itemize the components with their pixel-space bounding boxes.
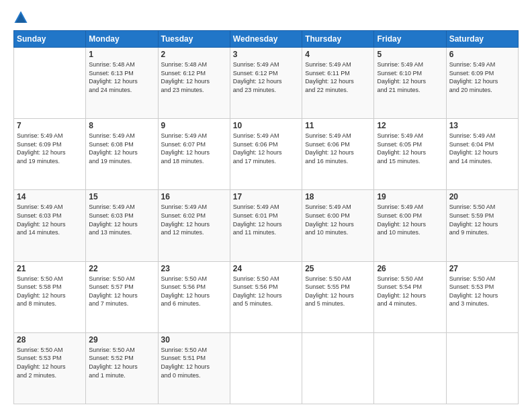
day-number: 26	[377, 264, 443, 273]
page: SundayMondayTuesdayWednesdayThursdayFrid…	[0, 0, 532, 411]
day-info: Sunrise: 5:50 AM Sunset: 5:55 PM Dayligh…	[305, 275, 371, 308]
day-number: 22	[89, 264, 154, 273]
calendar-day: 27Sunrise: 5:50 AM Sunset: 5:53 PM Dayli…	[446, 261, 518, 332]
header-day: Thursday	[302, 31, 374, 48]
calendar-body: 1Sunrise: 5:48 AM Sunset: 6:13 PM Daylig…	[14, 48, 519, 404]
day-info: Sunrise: 5:50 AM Sunset: 5:53 PM Dayligh…	[449, 275, 515, 308]
day-number: 11	[305, 121, 371, 130]
header-day: Friday	[374, 31, 446, 48]
calendar-day: 3Sunrise: 5:49 AM Sunset: 6:12 PM Daylig…	[230, 48, 302, 119]
day-number: 27	[449, 264, 515, 273]
calendar-day: 7Sunrise: 5:49 AM Sunset: 6:09 PM Daylig…	[14, 119, 86, 190]
logo	[13, 10, 30, 25]
day-number: 9	[161, 121, 227, 130]
day-number: 21	[17, 264, 83, 273]
day-info: Sunrise: 5:49 AM Sunset: 6:00 PM Dayligh…	[305, 203, 371, 236]
day-info: Sunrise: 5:50 AM Sunset: 5:59 PM Dayligh…	[449, 203, 515, 236]
calendar-week: 21Sunrise: 5:50 AM Sunset: 5:58 PM Dayli…	[14, 261, 519, 332]
calendar-day: 21Sunrise: 5:50 AM Sunset: 5:58 PM Dayli…	[14, 261, 86, 332]
day-info: Sunrise: 5:49 AM Sunset: 6:07 PM Dayligh…	[161, 132, 227, 165]
day-info: Sunrise: 5:49 AM Sunset: 6:09 PM Dayligh…	[17, 132, 83, 165]
day-info: Sunrise: 5:48 AM Sunset: 6:13 PM Dayligh…	[89, 60, 154, 94]
calendar-week: 7Sunrise: 5:49 AM Sunset: 6:09 PM Daylig…	[14, 119, 519, 190]
calendar-day: 22Sunrise: 5:50 AM Sunset: 5:57 PM Dayli…	[86, 261, 158, 332]
day-number: 15	[89, 192, 154, 201]
calendar-week: 14Sunrise: 5:49 AM Sunset: 6:03 PM Dayli…	[14, 190, 519, 261]
day-number: 24	[233, 264, 299, 273]
day-info: Sunrise: 5:50 AM Sunset: 5:54 PM Dayligh…	[377, 275, 443, 308]
calendar-day: 12Sunrise: 5:49 AM Sunset: 6:05 PM Dayli…	[374, 119, 446, 190]
calendar-day: 25Sunrise: 5:50 AM Sunset: 5:55 PM Dayli…	[302, 261, 374, 332]
logo-icon	[13, 10, 28, 25]
calendar-day: 2Sunrise: 5:48 AM Sunset: 6:12 PM Daylig…	[158, 48, 230, 119]
day-number: 6	[449, 50, 515, 59]
day-number: 12	[377, 121, 443, 130]
calendar-day	[14, 48, 86, 119]
calendar-week: 28Sunrise: 5:50 AM Sunset: 5:53 PM Dayli…	[14, 332, 519, 404]
calendar-day	[302, 332, 374, 404]
calendar-day	[446, 332, 518, 404]
day-number: 14	[17, 192, 83, 201]
header-row: SundayMondayTuesdayWednesdayThursdayFrid…	[14, 31, 519, 48]
day-info: Sunrise: 5:50 AM Sunset: 5:51 PM Dayligh…	[161, 346, 227, 379]
day-info: Sunrise: 5:49 AM Sunset: 6:00 PM Dayligh…	[377, 203, 443, 236]
calendar-day: 23Sunrise: 5:50 AM Sunset: 5:56 PM Dayli…	[158, 261, 230, 332]
calendar-day: 14Sunrise: 5:49 AM Sunset: 6:03 PM Dayli…	[14, 190, 86, 261]
day-info: Sunrise: 5:49 AM Sunset: 6:02 PM Dayligh…	[161, 203, 227, 236]
header-day: Tuesday	[158, 31, 230, 48]
calendar-day: 28Sunrise: 5:50 AM Sunset: 5:53 PM Dayli…	[14, 332, 86, 404]
calendar-table: SundayMondayTuesdayWednesdayThursdayFrid…	[13, 30, 519, 404]
day-number: 2	[161, 50, 227, 59]
calendar-day: 29Sunrise: 5:50 AM Sunset: 5:52 PM Dayli…	[86, 332, 158, 404]
calendar-day: 26Sunrise: 5:50 AM Sunset: 5:54 PM Dayli…	[374, 261, 446, 332]
day-info: Sunrise: 5:49 AM Sunset: 6:03 PM Dayligh…	[89, 203, 154, 236]
day-info: Sunrise: 5:49 AM Sunset: 6:12 PM Dayligh…	[233, 60, 299, 94]
calendar-day: 24Sunrise: 5:50 AM Sunset: 5:56 PM Dayli…	[230, 261, 302, 332]
header-day: Saturday	[446, 31, 518, 48]
calendar-day: 5Sunrise: 5:49 AM Sunset: 6:10 PM Daylig…	[374, 48, 446, 119]
day-info: Sunrise: 5:49 AM Sunset: 6:04 PM Dayligh…	[449, 132, 515, 165]
calendar-day: 1Sunrise: 5:48 AM Sunset: 6:13 PM Daylig…	[86, 48, 158, 119]
calendar-day: 15Sunrise: 5:49 AM Sunset: 6:03 PM Dayli…	[86, 190, 158, 261]
calendar-day: 19Sunrise: 5:49 AM Sunset: 6:00 PM Dayli…	[374, 190, 446, 261]
day-info: Sunrise: 5:49 AM Sunset: 6:09 PM Dayligh…	[449, 60, 515, 94]
calendar-day: 18Sunrise: 5:49 AM Sunset: 6:00 PM Dayli…	[302, 190, 374, 261]
day-number: 28	[17, 335, 83, 345]
header-day: Sunday	[14, 31, 86, 48]
calendar-day: 8Sunrise: 5:49 AM Sunset: 6:08 PM Daylig…	[86, 119, 158, 190]
day-info: Sunrise: 5:50 AM Sunset: 5:52 PM Dayligh…	[89, 346, 154, 379]
calendar-day: 6Sunrise: 5:49 AM Sunset: 6:09 PM Daylig…	[446, 48, 518, 119]
day-number: 5	[377, 50, 443, 59]
day-number: 18	[305, 192, 371, 201]
calendar-day: 30Sunrise: 5:50 AM Sunset: 5:51 PM Dayli…	[158, 332, 230, 404]
calendar-week: 1Sunrise: 5:48 AM Sunset: 6:13 PM Daylig…	[14, 48, 519, 119]
day-info: Sunrise: 5:49 AM Sunset: 6:08 PM Dayligh…	[89, 132, 154, 165]
day-number: 1	[89, 50, 154, 59]
day-info: Sunrise: 5:49 AM Sunset: 6:03 PM Dayligh…	[17, 203, 83, 236]
day-info: Sunrise: 5:50 AM Sunset: 5:58 PM Dayligh…	[17, 275, 83, 308]
day-number: 16	[161, 192, 227, 201]
day-number: 23	[161, 264, 227, 273]
day-number: 10	[233, 121, 299, 130]
day-number: 29	[89, 335, 154, 345]
day-number: 20	[449, 192, 515, 201]
calendar-day: 16Sunrise: 5:49 AM Sunset: 6:02 PM Dayli…	[158, 190, 230, 261]
day-info: Sunrise: 5:50 AM Sunset: 5:56 PM Dayligh…	[161, 275, 227, 308]
day-number: 8	[89, 121, 154, 130]
day-info: Sunrise: 5:49 AM Sunset: 6:05 PM Dayligh…	[377, 132, 443, 165]
header-day: Monday	[86, 31, 158, 48]
calendar-day	[230, 332, 302, 404]
calendar-day	[374, 332, 446, 404]
calendar-day: 10Sunrise: 5:49 AM Sunset: 6:06 PM Dayli…	[230, 119, 302, 190]
calendar-day: 13Sunrise: 5:49 AM Sunset: 6:04 PM Dayli…	[446, 119, 518, 190]
day-number: 30	[161, 335, 227, 345]
calendar-day: 11Sunrise: 5:49 AM Sunset: 6:06 PM Dayli…	[302, 119, 374, 190]
day-info: Sunrise: 5:49 AM Sunset: 6:10 PM Dayligh…	[377, 60, 443, 94]
day-info: Sunrise: 5:49 AM Sunset: 6:11 PM Dayligh…	[305, 60, 371, 94]
calendar-day: 20Sunrise: 5:50 AM Sunset: 5:59 PM Dayli…	[446, 190, 518, 261]
day-info: Sunrise: 5:50 AM Sunset: 5:57 PM Dayligh…	[89, 275, 154, 308]
day-info: Sunrise: 5:48 AM Sunset: 6:12 PM Dayligh…	[161, 60, 227, 94]
calendar-day: 17Sunrise: 5:49 AM Sunset: 6:01 PM Dayli…	[230, 190, 302, 261]
calendar-day: 4Sunrise: 5:49 AM Sunset: 6:11 PM Daylig…	[302, 48, 374, 119]
day-info: Sunrise: 5:50 AM Sunset: 5:56 PM Dayligh…	[233, 275, 299, 308]
